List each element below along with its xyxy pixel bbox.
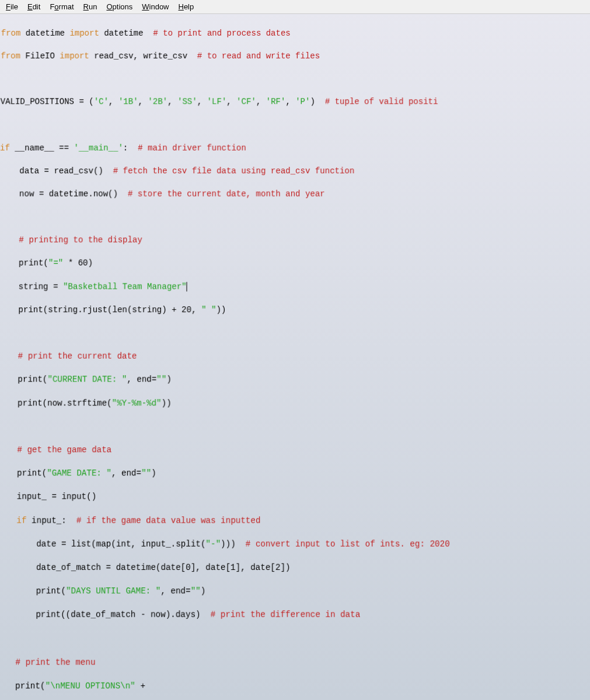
menu-help[interactable]: Help [175,1,198,12]
menu-options[interactable]: Options [103,1,136,12]
code-editor[interactable]: from datetime import datetime # to print… [0,14,590,700]
code-text: from [1,29,21,38]
menu-edit[interactable]: Edit [24,1,44,12]
text-cursor [187,282,187,291]
menu-window[interactable]: Window [138,1,172,12]
menu-run[interactable]: Run [80,1,101,12]
menu-format[interactable]: Format [46,1,77,12]
menu-bar: FFileile Edit Format Run Options Window … [0,0,590,14]
menu-file[interactable]: FFileile [2,1,22,12]
